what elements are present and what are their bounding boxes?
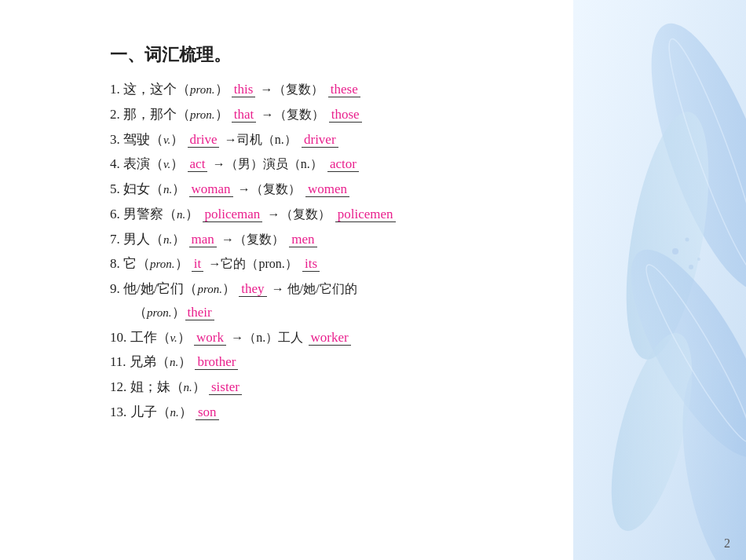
arrow: →（复数）: [238, 182, 301, 196]
arrow: →（复数）: [268, 207, 331, 221]
list-item: 1. 这，这个（pron.） this →（复数） these: [110, 78, 644, 101]
item-chinese: 兄弟（n.）: [130, 354, 192, 369]
list-item: 10. 工作（v.） work →（n.）工人 worker: [110, 326, 644, 350]
item-number: 8.: [110, 256, 120, 271]
list-item: 6. 男警察（n.） policeman →（复数） policemen: [110, 203, 644, 226]
item-chinese: 妇女（n.）: [123, 181, 185, 196]
svg-point-10: [686, 238, 689, 242]
list-item: 8. 它（pron.） it →它的（pron.） its: [110, 252, 644, 276]
answer-driver: driver: [302, 132, 338, 148]
answer-it: it: [192, 256, 203, 272]
item-number: 6.: [110, 207, 120, 221]
svg-point-9: [689, 265, 693, 269]
list-item: 7. 男人（n.） man →（复数） men: [110, 228, 644, 251]
answer-women: women: [305, 181, 349, 197]
arrow: →（复数）: [261, 82, 324, 96]
list-item: 3. 驾驶（v.） drive →司机（n.） driver: [110, 128, 644, 152]
item-number: 1.: [110, 82, 120, 97]
answer-those: those: [329, 107, 362, 123]
svg-point-8: [672, 248, 678, 254]
item-chinese: 姐；妹（n.）: [130, 379, 206, 394]
item-number: 12.: [110, 379, 126, 394]
answer-act: act: [188, 156, 208, 172]
answer-son: son: [196, 404, 219, 420]
item-number: 2.: [110, 107, 120, 122]
arrow: →它的（pron.）: [208, 257, 297, 270]
arrow: →（复数）: [261, 108, 324, 121]
answer-men: men: [289, 232, 316, 247]
answer-brother: brother: [195, 354, 238, 370]
item-chinese: 儿子（n.）: [130, 404, 192, 419]
answer-this: this: [232, 82, 256, 97]
answer-man: man: [189, 232, 217, 247]
answer-sister: sister: [209, 379, 242, 395]
answer-that: that: [232, 107, 257, 123]
item-number: 3.: [110, 132, 120, 147]
answer-policeman: policeman: [203, 207, 263, 222]
arrow: → 他/她/它们的: [272, 282, 357, 295]
answer-they: they: [239, 281, 266, 297]
item-chinese: 他/她/它们（pron.）: [123, 281, 236, 296]
list-item: 9. 他/她/它们（pron.） they → 他/她/它们的 （pron.）t…: [110, 277, 644, 324]
item-chinese: 这，这个（pron.）: [123, 82, 229, 97]
list-item: 5. 妇女（n.） woman →（复数） women: [110, 178, 644, 201]
svg-point-11: [697, 258, 700, 261]
item-chinese: 表演（v.）: [123, 156, 184, 171]
item-number: 4.: [110, 156, 120, 171]
arrow: →（男）演员（n.）: [213, 157, 323, 170]
list-item: 4. 表演（v.） act →（男）演员（n.） actor: [110, 152, 644, 176]
item-chinese: 男人（n.）: [123, 232, 185, 247]
item-number: 10.: [110, 330, 126, 345]
arrow: →司机（n.）: [225, 133, 297, 146]
list-item: 11. 兄弟（n.） brother: [110, 350, 644, 374]
item-number: 7.: [110, 232, 120, 247]
answer-its: its: [302, 256, 320, 272]
item-number: 9.: [110, 281, 120, 296]
item-chinese: 那，那个（pron.）: [123, 107, 229, 122]
item-number: 13.: [110, 404, 126, 419]
item-number: 5.: [110, 181, 120, 196]
list-item: 2. 那，那个（pron.） that →（复数） those: [110, 103, 644, 126]
answer-worker: worker: [309, 330, 351, 346]
list-item: 12. 姐；妹（n.） sister: [110, 375, 644, 399]
item-chinese: 男警察（n.）: [123, 207, 199, 221]
item-chinese: 驾驶（v.）: [123, 132, 184, 147]
list-item: 13. 儿子（n.） son: [110, 401, 644, 424]
answer-work: work: [194, 330, 226, 346]
arrow: →（n.）工人: [231, 331, 303, 344]
vocab-list: 1. 这，这个（pron.） this →（复数） these 2. 那，那个（…: [110, 78, 644, 424]
answer-their: their: [185, 305, 214, 320]
answer-drive: drive: [188, 132, 220, 148]
item-line2: （pron.）their: [133, 301, 644, 324]
section-title: 一、词汇梳理。: [110, 43, 644, 67]
answer-policemen: policemen: [335, 207, 396, 222]
answer-woman: woman: [189, 181, 233, 197]
answer-actor: actor: [327, 156, 359, 172]
arrow: →（复数）: [221, 232, 284, 246]
item-chinese: 工作（v.）: [130, 330, 191, 345]
slide-number: 2: [724, 536, 730, 551]
content-area: 一、词汇梳理。 1. 这，这个（pron.） this →（复数） these …: [110, 43, 644, 426]
item-chinese: 它（pron.）: [123, 256, 188, 271]
item-number: 11.: [110, 354, 126, 369]
answer-these: these: [328, 82, 360, 97]
